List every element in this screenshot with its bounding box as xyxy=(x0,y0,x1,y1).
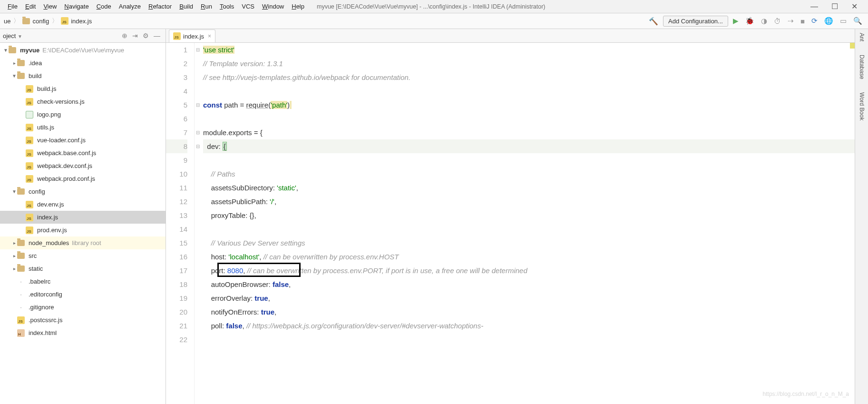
close-button[interactable]: ✕ xyxy=(845,2,864,11)
tree-item--postcssrc-js[interactable]: JS.postcssrc.js xyxy=(0,314,166,326)
menu-vcs[interactable]: VCS xyxy=(238,3,258,10)
breadcrumb-root[interactable]: ue xyxy=(2,18,12,25)
code-line-5[interactable]: const path = require('path') xyxy=(203,98,855,112)
code-line-19[interactable]: errorOverlay: true, xyxy=(203,291,855,305)
code-line-18[interactable]: autoOpenBrowser: false, xyxy=(203,277,855,291)
tool-ant[interactable]: Ant xyxy=(858,33,865,41)
close-icon[interactable]: × xyxy=(208,33,211,39)
navigation-toolbar: ue 〉 config 〉 JSindex.js 🔨 Add Configura… xyxy=(0,13,868,29)
locate-icon[interactable]: ⊕ xyxy=(119,32,130,39)
code-line-6[interactable] xyxy=(203,112,855,126)
right-tool-strip: Ant Database Word Book xyxy=(855,29,868,404)
hide-icon[interactable]: ― xyxy=(151,32,163,39)
code-line-2[interactable]: // Template version: 1.3.1 xyxy=(203,57,855,70)
tree-item-index-js[interactable]: JSindex.js xyxy=(0,211,166,224)
menu-window[interactable]: Window xyxy=(258,3,288,10)
folder-icon xyxy=(17,73,25,79)
code-line-14[interactable] xyxy=(203,222,855,236)
maximize-button[interactable]: ☐ xyxy=(825,2,845,11)
tree-item-build-js[interactable]: JSbuild.js xyxy=(0,82,166,95)
code-line-11[interactable]: assetsSubDirectory: 'static', xyxy=(203,181,855,195)
run-icon[interactable]: ▶ xyxy=(731,17,741,25)
code-line-21[interactable]: poll: false, // https://webpack.js.org/c… xyxy=(203,319,855,333)
code-line-12[interactable]: assetsPublicPath: '/', xyxy=(203,195,855,208)
tree-item-webpack-prod-conf-js[interactable]: JSwebpack.prod.conf.js xyxy=(0,172,166,185)
folder-icon xyxy=(17,60,25,66)
code-line-7[interactable]: module.exports = { xyxy=(203,126,855,139)
code-line-20[interactable]: notifyOnErrors: true, xyxy=(203,305,855,319)
minimize-button[interactable]: ― xyxy=(804,2,825,11)
profile-icon[interactable]: ⏱ xyxy=(772,17,783,25)
tree-item-build[interactable]: ▼build xyxy=(0,69,166,82)
tree-item--idea[interactable]: ▸.idea xyxy=(0,57,166,69)
tree-item--babelrc[interactable]: ·.babelrc xyxy=(0,275,166,288)
menu-navigate[interactable]: Navigate xyxy=(60,3,92,10)
tree-item--editorconfig[interactable]: ·.editorconfig xyxy=(0,288,166,301)
code-line-4[interactable] xyxy=(203,84,855,98)
tree-item-vue-loader-conf-js[interactable]: JSvue-loader.conf.js xyxy=(0,134,166,147)
tree-item--gitignore[interactable]: ·.gitignore xyxy=(0,301,166,314)
code-line-13[interactable]: proxyTable: {}, xyxy=(203,208,855,222)
tree-item-index-html[interactable]: Hindex.html xyxy=(0,326,166,339)
tab-index-js[interactable]: JS index.js × xyxy=(169,30,215,42)
code-line-15[interactable]: // Various Dev Server settings xyxy=(203,236,855,250)
update-icon[interactable]: ⟳ xyxy=(809,17,819,25)
tree-item-webpack-base-conf-js[interactable]: JSwebpack.base.conf.js xyxy=(0,147,166,159)
tree-item-config[interactable]: ▼config xyxy=(0,185,166,198)
tree-item-check-versions-js[interactable]: JScheck-versions.js xyxy=(0,95,166,108)
breadcrumb-file[interactable]: JSindex.js xyxy=(59,17,94,25)
tree-item-src[interactable]: ▸src xyxy=(0,249,166,262)
project-tree[interactable]: ▼myvueE:\IDEACode\Vue\Vue\myvue▸.idea▼bu… xyxy=(0,43,166,404)
project-panel-title[interactable]: oject ▼ xyxy=(3,32,119,39)
translate-icon[interactable]: 🌐 xyxy=(822,17,835,25)
layout-icon[interactable]: ▭ xyxy=(838,17,848,25)
fold-column: ⊟⊟⊟⊟ xyxy=(195,43,201,404)
breadcrumb-config[interactable]: config xyxy=(20,18,51,25)
menu-edit[interactable]: Edit xyxy=(21,3,39,10)
code-line-16[interactable]: host: 'localhost', // can be overwritten… xyxy=(203,250,855,264)
add-configuration-button[interactable]: Add Configuration... xyxy=(663,16,728,27)
js-file-icon: JS xyxy=(26,98,33,106)
js-file-icon: JS xyxy=(26,124,33,131)
menu-refactor[interactable]: Refactor xyxy=(145,3,176,10)
code-line-22[interactable] xyxy=(203,333,855,346)
code-editor[interactable]: 12345678910111213141516171819202122 ⊟⊟⊟⊟… xyxy=(166,43,855,404)
expand-icon[interactable]: ⇥ xyxy=(130,32,140,39)
menu-analyze[interactable]: Analyze xyxy=(115,3,145,10)
tree-item-utils-js[interactable]: JSutils.js xyxy=(0,121,166,134)
menu-build[interactable]: Build xyxy=(176,3,197,10)
tree-item-node_modules[interactable]: ▸node_moduleslibrary root xyxy=(0,236,166,249)
tree-item-dev-env-js[interactable]: JSdev.env.js xyxy=(0,198,166,211)
toolbar-right: 🔨 Add Configuration... ▶ 🐞 ◑ ⏱ ⇢ ■ ⟳ 🌐 ▭… xyxy=(647,16,868,27)
build-icon[interactable]: 🔨 xyxy=(647,17,660,26)
menu-run[interactable]: Run xyxy=(197,3,216,10)
gear-icon[interactable]: ⚙ xyxy=(140,32,151,39)
tree-item-webpack-dev-conf-js[interactable]: JSwebpack.dev.conf.js xyxy=(0,159,166,172)
attach-icon[interactable]: ⇢ xyxy=(786,17,796,25)
tool-database[interactable]: Database xyxy=(858,55,865,79)
config-file-icon: · xyxy=(17,278,25,286)
tool-wordbook[interactable]: Word Book xyxy=(858,92,865,120)
code-line-17[interactable]: port: 8080, // can be overwritten by pro… xyxy=(203,264,855,277)
tree-item-prod-env-js[interactable]: JSprod.env.js xyxy=(0,224,166,236)
code-line-1[interactable]: 'use strict' xyxy=(203,43,855,57)
tree-root[interactable]: ▼myvueE:\IDEACode\Vue\Vue\myvue xyxy=(0,44,166,57)
debug-icon[interactable]: 🐞 xyxy=(743,17,756,25)
stop-icon[interactable]: ■ xyxy=(799,17,807,25)
code-line-8[interactable]: dev: { xyxy=(203,139,855,153)
error-stripe-marker xyxy=(850,43,855,49)
line-gutter: 12345678910111213141516171819202122 xyxy=(166,43,195,404)
menu-view[interactable]: View xyxy=(39,3,60,10)
code-line-9[interactable] xyxy=(203,153,855,167)
tree-item-logo-png[interactable]: logo.png xyxy=(0,108,166,121)
menu-tools[interactable]: Tools xyxy=(216,3,238,10)
code-line-10[interactable]: // Paths xyxy=(203,167,855,181)
code-content[interactable]: https://blog.csdn.net/I_r_o_n_M_a 'use s… xyxy=(201,43,855,404)
search-icon[interactable]: 🔍 xyxy=(851,17,864,25)
tree-item-static[interactable]: ▸static xyxy=(0,262,166,275)
menu-file[interactable]: File xyxy=(4,3,21,10)
menu-code[interactable]: Code xyxy=(93,3,115,10)
menu-help[interactable]: Help xyxy=(288,3,308,10)
coverage-icon[interactable]: ◑ xyxy=(759,17,769,25)
code-line-3[interactable]: // see http://vuejs-templates.github.io/… xyxy=(203,70,855,84)
